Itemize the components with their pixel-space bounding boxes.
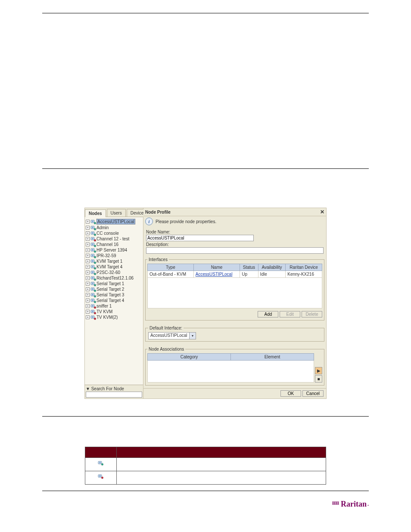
expand-icon[interactable]: + [86,310,90,314]
search-label[interactable]: ▼ Search For Node [86,386,142,392]
col-element[interactable]: Element [231,354,314,361]
expand-icon[interactable]: + [86,220,90,224]
tree-item[interactable]: +P2SC-32-60 [86,270,142,275]
left-pane: Nodes Users Devices +AccessUSTIPLocal+Ad… [85,208,143,398]
node-icon [90,287,96,292]
node-icon [90,271,96,275]
table-row [85,458,326,471]
expand-icon[interactable]: + [86,259,90,263]
table-row [85,471,326,485]
svg-point-56 [101,464,103,466]
edit-button[interactable]: Edit [280,311,300,317]
col-category[interactable]: Category [148,354,231,361]
col-name[interactable]: Name [193,264,240,271]
search-input[interactable] [86,392,142,398]
node-icon [90,226,96,230]
expand-icon[interactable]: + [86,293,90,297]
tree-item[interactable]: +Serial Target 3 [86,292,142,298]
cancel-button[interactable]: Cancel [302,390,324,397]
panel-title: Node Profile [145,210,171,215]
expand-icon[interactable]: + [86,265,90,269]
expand-icon[interactable]: + [86,299,90,302]
tree-item[interactable]: +sniffer 1 [86,303,142,309]
tree-item[interactable]: +Serial Target 4 [86,298,142,303]
interface-link[interactable]: AccessUSTIPLocal [196,272,233,277]
nodes-tree: +AccessUSTIPLocal+Admin+CC console+Chann… [85,217,143,385]
svg-rect-1 [92,221,93,222]
expand-icon[interactable]: + [86,315,90,319]
right-pane: Node Profile ✕ i Please provide node pro… [143,208,326,398]
add-assoc-icon[interactable]: ▶ [315,367,322,374]
node-icon [90,231,96,236]
panel-titlebar: Node Profile ✕ [143,208,326,216]
tree-item[interactable]: +Channel 16 [86,242,142,247]
svg-point-44 [94,301,96,303]
tree-item-label: sniffer 1 [97,304,112,308]
expand-icon[interactable]: + [86,237,90,241]
expand-icon[interactable]: + [86,276,90,280]
svg-rect-46 [92,305,93,306]
expand-icon[interactable]: + [86,304,90,308]
svg-point-2 [94,222,96,224]
tree-item[interactable]: +CC console [86,230,142,236]
legend-col-desc [117,447,326,458]
info-icon: i [145,218,153,225]
node-up-icon [97,461,105,468]
svg-point-14 [94,245,96,247]
tree-item[interactable]: +TV KVM [86,309,142,314]
tree-item-label: Serial Target 3 [97,292,124,297]
info-row: i Please provide node properties. [143,216,326,228]
tree-item[interactable]: +KVM Target 1 [86,258,142,264]
svg-rect-49 [92,311,93,312]
col-type[interactable]: Type [148,264,194,271]
svg-rect-16 [92,249,93,250]
ok-button[interactable]: OK [280,390,301,397]
tab-nodes[interactable]: Nodes [85,209,106,217]
tree-item[interactable]: +IPR-32-59 [86,253,142,258]
expand-icon[interactable]: + [86,226,90,230]
table-row[interactable]: Out-of-Band - KVM AccessUSTIPLocal Up Id… [148,271,322,278]
svg-point-20 [94,256,96,258]
col-availability[interactable]: Availability [258,264,286,271]
tree-item[interactable]: +Admin [86,225,142,230]
add-button[interactable]: Add [258,311,278,317]
expand-icon[interactable]: + [86,231,90,235]
node-icon [90,220,96,224]
svg-rect-31 [92,277,93,278]
tree-item[interactable]: +Serial Target 2 [86,286,142,292]
tree-item[interactable]: +Serial Target 1 [86,281,142,286]
assoc-legend: Node Associations [147,347,185,352]
node-icon [90,276,96,280]
col-device[interactable]: Raritan Device [286,264,322,271]
tree-item-label: Admin [97,225,109,230]
tree-item[interactable]: +KVM Target 4 [86,264,142,270]
svg-point-35 [94,284,96,286]
close-icon[interactable]: ✕ [320,209,324,215]
expand-icon[interactable]: + [86,282,90,286]
col-status[interactable]: Status [240,264,258,271]
delete-button[interactable]: Delete [302,311,322,317]
default-if-select[interactable]: AccessUSTIPLocal ▾ [148,332,196,339]
node-icon [90,315,96,320]
expand-icon[interactable]: + [86,271,90,274]
tree-item[interactable]: +AccessUSTIPLocal [86,218,142,225]
expand-icon[interactable]: + [86,243,90,246]
svg-rect-58 [99,476,101,477]
expand-icon[interactable]: + [86,248,90,252]
tree-item-label: IPR-32-59 [97,253,116,258]
tree-item[interactable]: +RichardTest12.1.06 [86,275,142,281]
chevron-down-icon[interactable]: ▾ [189,333,196,339]
tree-item[interactable]: +HP Server 1394 [86,247,142,253]
tree-item[interactable]: +Channel 12 - test [86,236,142,242]
svg-rect-13 [92,243,93,245]
description-input[interactable] [146,247,324,254]
expand-icon[interactable]: + [86,287,90,291]
node-name-label: Node Name: [146,230,324,234]
tab-users[interactable]: Users [107,209,126,217]
expand-icon[interactable]: + [86,254,90,258]
tree-item[interactable]: +TV KVM(2) [86,314,142,320]
interfaces-empty-area [147,278,322,308]
svg-point-5 [94,228,96,230]
remove-assoc-icon[interactable]: ■ [315,375,322,383]
node-name-input[interactable] [146,235,254,241]
